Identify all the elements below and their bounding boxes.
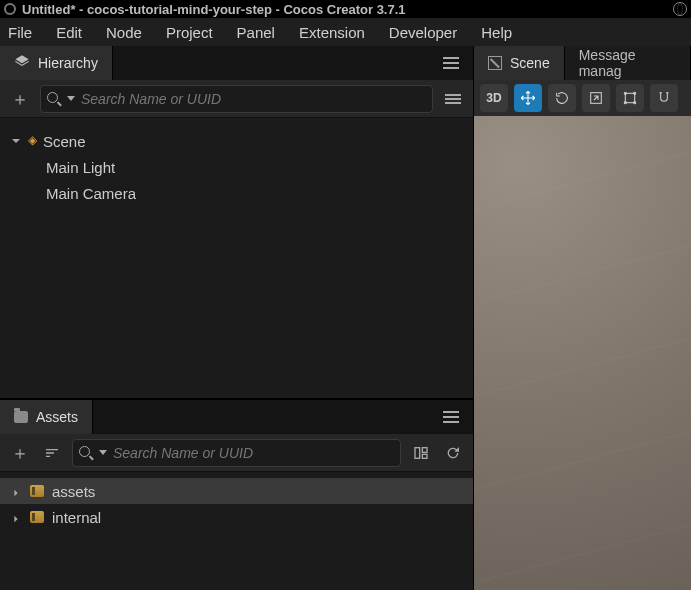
tab-assets[interactable]: Assets — [0, 400, 93, 434]
hierarchy-node-label: Main Light — [46, 159, 115, 176]
assets-search[interactable] — [72, 439, 401, 467]
scene-panel-icon — [488, 56, 502, 70]
tab-scene[interactable]: Scene — [474, 46, 565, 80]
assets-tab-label: Assets — [36, 409, 78, 425]
sort-assets-button[interactable] — [40, 441, 64, 465]
search-icon — [47, 92, 61, 106]
search-dropdown-icon[interactable] — [67, 96, 75, 101]
hierarchy-root-label: Scene — [43, 133, 86, 150]
menu-panel[interactable]: Panel — [237, 24, 275, 41]
hierarchy-node-main-light[interactable]: Main Light — [6, 154, 467, 180]
hierarchy-menu-button[interactable] — [429, 46, 473, 80]
scene-icon: ◈ — [28, 133, 37, 147]
rotate-tool-button[interactable] — [548, 84, 576, 112]
add-node-button[interactable]: ＋ — [8, 87, 32, 111]
window-title: Untitled* - cocos-tutorial-mind-your-ste… — [22, 2, 406, 17]
hierarchy-tab-label: Hierarchy — [38, 55, 98, 71]
hierarchy-tabs: Hierarchy — [0, 46, 473, 80]
scene-viewport[interactable] — [474, 116, 691, 590]
scale-tool-button[interactable] — [582, 84, 610, 112]
message-tab-label: Message manag — [579, 47, 676, 79]
assets-tabs: Assets — [0, 400, 473, 434]
move-tool-button[interactable] — [514, 84, 542, 112]
list-icon — [445, 94, 461, 104]
hierarchy-root-scene[interactable]: ◈ Scene — [6, 128, 467, 154]
assets-layout-button[interactable] — [409, 441, 433, 465]
menubar: File Edit Node Project Panel Extension D… — [0, 18, 691, 46]
svg-rect-4 — [625, 93, 634, 102]
titlebar: Untitled* - cocos-tutorial-mind-your-ste… — [0, 0, 691, 18]
folder-icon — [14, 411, 28, 423]
menu-node[interactable]: Node — [106, 24, 142, 41]
menu-extension[interactable]: Extension — [299, 24, 365, 41]
menu-help[interactable]: Help — [481, 24, 512, 41]
globe-icon[interactable] — [673, 2, 687, 16]
tab-hierarchy[interactable]: Hierarchy — [0, 46, 113, 80]
hamburger-icon — [443, 57, 459, 69]
svg-rect-1 — [422, 447, 427, 452]
menu-developer[interactable]: Developer — [389, 24, 457, 41]
menu-file[interactable]: File — [8, 24, 32, 41]
chevron-right-icon[interactable] — [12, 483, 22, 500]
view-mode-3d-button[interactable]: 3D — [480, 84, 508, 112]
rect-tool-button[interactable] — [616, 84, 644, 112]
search-dropdown-icon[interactable] — [99, 450, 107, 455]
layers-icon — [14, 54, 30, 73]
app-icon — [4, 3, 16, 15]
hamburger-icon — [443, 411, 459, 423]
scene-toolbar: 3D — [474, 80, 691, 116]
db-folder-icon — [30, 485, 44, 497]
refresh-assets-button[interactable] — [441, 441, 465, 465]
hierarchy-search[interactable] — [40, 85, 433, 113]
assets-folder-internal[interactable]: internal — [0, 504, 473, 530]
hierarchy-list-mode-button[interactable] — [441, 87, 465, 111]
assets-search-input[interactable] — [113, 445, 394, 461]
menu-project[interactable]: Project — [166, 24, 213, 41]
search-icon — [79, 446, 93, 460]
assets-toolbar: ＋ — [0, 434, 473, 472]
hierarchy-toolbar: ＋ — [0, 80, 473, 118]
caret-down-icon[interactable] — [10, 135, 22, 147]
chevron-right-icon[interactable] — [12, 509, 22, 526]
add-asset-button[interactable]: ＋ — [8, 441, 32, 465]
assets-tree: assets internal — [0, 472, 473, 590]
snap-tool-button[interactable] — [650, 84, 678, 112]
hierarchy-node-main-camera[interactable]: Main Camera — [6, 180, 467, 206]
svg-rect-0 — [415, 447, 420, 458]
scene-tabs: Scene Message manag — [474, 46, 691, 80]
hierarchy-node-label: Main Camera — [46, 185, 136, 202]
scene-tab-label: Scene — [510, 55, 550, 71]
svg-rect-2 — [422, 454, 427, 458]
hierarchy-tree: ◈ Scene Main Light Main Camera — [0, 118, 473, 398]
tab-message-manager[interactable]: Message manag — [565, 46, 691, 80]
assets-menu-button[interactable] — [429, 400, 473, 434]
assets-folder-assets[interactable]: assets — [0, 478, 473, 504]
assets-folder-label: assets — [52, 483, 95, 500]
hierarchy-search-input[interactable] — [81, 91, 426, 107]
db-folder-icon — [30, 511, 44, 523]
menu-edit[interactable]: Edit — [56, 24, 82, 41]
assets-folder-label: internal — [52, 509, 101, 526]
